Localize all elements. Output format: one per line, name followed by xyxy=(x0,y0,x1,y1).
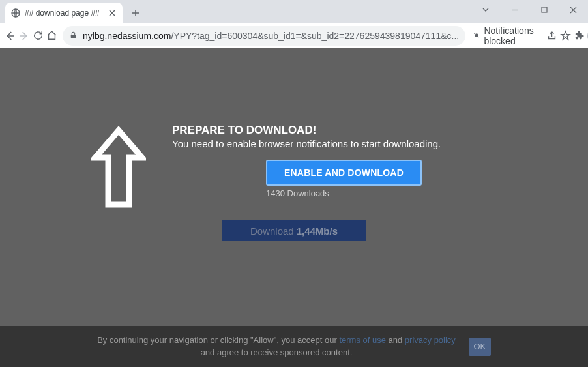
privacy-policy-link[interactable]: privacy policy xyxy=(405,335,456,345)
address-bar[interactable]: nylbg.nedassium.com/YPY?tag_id=600304&su… xyxy=(63,26,465,46)
browser-toolbar: nylbg.nedassium.com/YPY?tag_id=600304&su… xyxy=(0,23,588,48)
new-tab-button[interactable] xyxy=(126,4,145,22)
svg-rect-1 xyxy=(542,7,547,12)
url-path: /YPY?tag_id=600304&sub_id1=&sub_id2=2276… xyxy=(171,31,459,41)
consent-text: By continuing your navigation or clickin… xyxy=(97,334,456,358)
consent-line1-mid: and xyxy=(386,335,405,345)
bookmark-icon[interactable] xyxy=(560,27,571,45)
lock-icon xyxy=(69,30,78,42)
consent-ok-button[interactable]: OK xyxy=(469,338,491,356)
url-host: nylbg.nedassium.com xyxy=(83,31,171,41)
share-icon[interactable] xyxy=(546,27,557,45)
forward-button[interactable] xyxy=(18,27,30,45)
minimize-button[interactable] xyxy=(500,0,529,20)
download-speed: 1,44Mb/s xyxy=(297,226,338,237)
notifications-blocked-chip[interactable]: Notifications blocked xyxy=(471,27,544,45)
url-text: nylbg.nedassium.com/YPY?tag_id=600304&su… xyxy=(83,31,459,41)
downloads-count: 1430 Downloads xyxy=(266,188,441,198)
prepare-heading: PREPARE TO DOWNLOAD! xyxy=(172,124,441,137)
cookie-consent-bar: By continuing your navigation or clickin… xyxy=(0,326,588,367)
chevron-down-icon[interactable] xyxy=(471,0,500,20)
home-button[interactable] xyxy=(46,27,57,45)
terms-of-use-link[interactable]: terms of use xyxy=(339,335,386,345)
consent-line1-before: By continuing your navigation or clickin… xyxy=(97,335,339,345)
tab-title: ## download page ## xyxy=(25,8,103,18)
download-label: Download xyxy=(250,226,294,237)
window-controls xyxy=(471,0,588,20)
notifications-label: Notifications blocked xyxy=(484,25,537,46)
close-tab-icon[interactable] xyxy=(107,8,117,18)
page-content: PREPARE TO DOWNLOAD! You need to enable … xyxy=(0,48,588,367)
globe-icon xyxy=(10,8,21,18)
prepare-subtext: You need to enable browser notifications… xyxy=(172,138,441,149)
browser-tab[interactable]: ## download page ## xyxy=(5,3,123,23)
close-window-button[interactable] xyxy=(559,0,588,20)
bell-off-icon xyxy=(473,31,480,41)
consent-line2: and agree to receive sponsored content. xyxy=(201,347,353,357)
extensions-icon[interactable] xyxy=(574,27,585,45)
maximize-button[interactable] xyxy=(529,0,559,20)
arrow-up-icon xyxy=(91,126,146,211)
download-prompt-block: PREPARE TO DOWNLOAD! You need to enable … xyxy=(91,124,441,211)
reload-button[interactable] xyxy=(33,27,44,45)
window-titlebar: ## download page ## xyxy=(0,0,588,23)
download-text-block: PREPARE TO DOWNLOAD! You need to enable … xyxy=(172,124,441,198)
download-speed-button[interactable]: Download 1,44Mb/s xyxy=(222,220,366,241)
svg-rect-2 xyxy=(71,34,76,37)
back-button[interactable] xyxy=(4,27,16,45)
enable-and-download-button[interactable]: ENABLE AND DOWNLOAD xyxy=(266,160,422,186)
